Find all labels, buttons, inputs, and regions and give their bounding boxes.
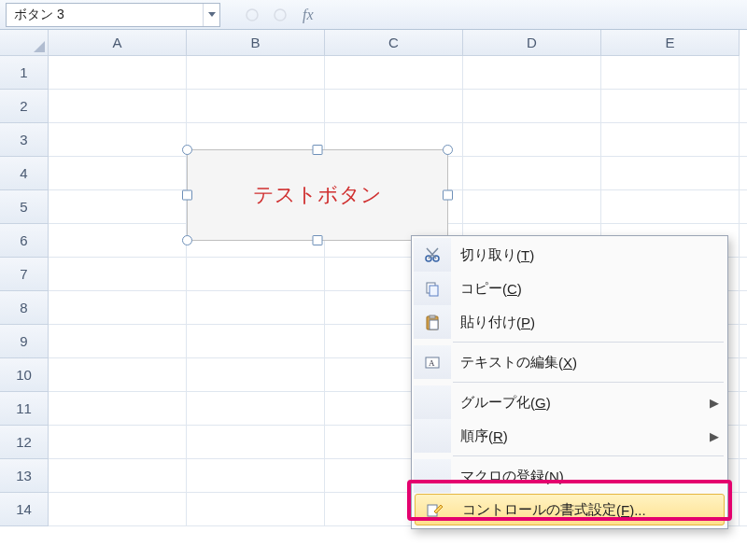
- resize-handle-tl[interactable]: [182, 145, 192, 155]
- menu-item-order[interactable]: 順序(R) ▶: [414, 419, 726, 453]
- format-control-icon: [416, 495, 453, 525]
- menu-separator: [453, 382, 724, 383]
- menu-label: 貼り付け(P): [451, 314, 726, 331]
- spreadsheet-grid: ABCDE 1234567891011121314 テストボタン 切り取り(T)…: [0, 30, 747, 560]
- menu-label: マクロの登録(N)...: [451, 468, 726, 485]
- form-button[interactable]: テストボタン: [187, 149, 448, 241]
- row-header[interactable]: 8: [0, 291, 49, 325]
- menu-label: 切り取り(T): [451, 246, 726, 264]
- paste-icon: [414, 305, 451, 339]
- context-menu: 切り取り(T) コピー(C) 貼り付け(P) A テキストの編集(X) グループ…: [411, 235, 728, 529]
- select-all-corner[interactable]: [0, 30, 49, 56]
- svg-point-1: [275, 9, 286, 21]
- column-header[interactable]: B: [187, 30, 325, 56]
- copy-icon: [414, 272, 451, 305]
- column-headers: ABCDE: [49, 30, 747, 56]
- menu-label: グループ化(G): [451, 394, 703, 412]
- row-header[interactable]: 1: [0, 56, 49, 90]
- resize-handle-l[interactable]: [182, 190, 192, 201]
- resize-handle-tr[interactable]: [443, 145, 453, 155]
- svg-rect-5: [430, 286, 438, 296]
- resize-handle-b[interactable]: [313, 235, 323, 245]
- formula-bar: ボタン 3 fx: [0, 0, 747, 30]
- column-header[interactable]: A: [49, 30, 187, 56]
- name-box-value: ボタン 3: [7, 7, 203, 23]
- resize-handle-t[interactable]: [313, 145, 323, 155]
- row-header[interactable]: 10: [0, 358, 49, 392]
- column-header[interactable]: D: [463, 30, 601, 56]
- row-headers: 1234567891011121314: [0, 56, 49, 526]
- row-header[interactable]: 13: [0, 459, 49, 493]
- name-box[interactable]: ボタン 3: [6, 3, 220, 27]
- row-header[interactable]: 2: [0, 90, 49, 123]
- blank-icon: [414, 419, 451, 453]
- row-header[interactable]: 11: [0, 392, 49, 426]
- column-header[interactable]: E: [601, 30, 740, 56]
- submenu-arrow-icon: ▶: [703, 429, 726, 443]
- svg-rect-8: [430, 320, 438, 329]
- column-header[interactable]: C: [325, 30, 463, 56]
- row-header[interactable]: 3: [0, 123, 49, 157]
- svg-rect-7: [430, 315, 435, 318]
- row-header[interactable]: 6: [0, 224, 49, 258]
- svg-point-0: [247, 9, 258, 21]
- menu-item-group[interactable]: グループ化(G) ▶: [414, 385, 726, 419]
- row-header[interactable]: 4: [0, 157, 49, 190]
- resize-handle-bl[interactable]: [182, 235, 192, 245]
- menu-item-copy[interactable]: コピー(C): [414, 272, 726, 305]
- row-header[interactable]: 14: [0, 493, 49, 526]
- row-header[interactable]: 12: [0, 426, 49, 459]
- resize-handle-r[interactable]: [443, 190, 453, 201]
- cancel-icon[interactable]: [243, 6, 261, 24]
- formula-bar-buttons: [243, 6, 289, 24]
- menu-separator: [453, 342, 724, 343]
- menu-label: コントロールの書式設定(F)...: [453, 501, 724, 519]
- enter-icon[interactable]: [271, 6, 289, 24]
- blank-icon: [414, 459, 451, 493]
- row-header[interactable]: 9: [0, 325, 49, 358]
- svg-text:A: A: [429, 358, 435, 368]
- menu-item-assign-macro[interactable]: マクロの登録(N)...: [414, 459, 726, 493]
- row-header[interactable]: 5: [0, 190, 49, 224]
- button-text: テストボタン: [253, 181, 382, 209]
- fx-label[interactable]: fx: [299, 7, 314, 23]
- menu-item-cut[interactable]: 切り取り(T): [414, 238, 726, 272]
- menu-label: テキストの編集(X): [451, 354, 726, 371]
- name-box-dropdown[interactable]: [203, 4, 219, 26]
- menu-label: 順序(R): [451, 427, 703, 445]
- menu-separator: [453, 455, 724, 456]
- scissors-icon: [414, 238, 451, 272]
- submenu-arrow-icon: ▶: [703, 396, 726, 410]
- menu-item-paste[interactable]: 貼り付け(P): [414, 305, 726, 339]
- menu-item-format-control[interactable]: コントロールの書式設定(F)...: [415, 494, 725, 525]
- edit-text-icon: A: [414, 345, 451, 379]
- menu-label: コピー(C): [451, 280, 726, 298]
- row-header[interactable]: 7: [0, 258, 49, 291]
- menu-item-edit-text[interactable]: A テキストの編集(X): [414, 345, 726, 379]
- blank-icon: [414, 385, 451, 419]
